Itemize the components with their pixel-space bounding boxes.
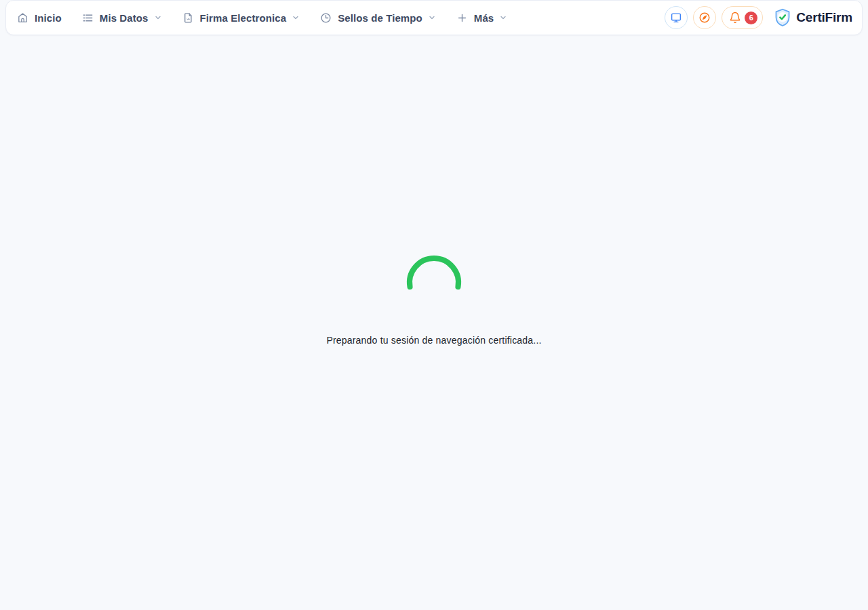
notification-count-badge: 6 [745,12,757,24]
chevron-down-icon [499,14,507,22]
top-navbar: Inicio Mis Datos Firma Electronica [5,0,863,35]
chevron-down-icon [154,14,162,22]
plus-icon [456,12,468,24]
nav-item-sellos-de-tiempo[interactable]: Sellos de Tiempo [320,12,436,24]
nav-item-label: Mis Datos [100,12,149,24]
nav-item-mas[interactable]: Más [456,12,507,24]
notifications-button[interactable]: 6 [722,6,763,29]
brand-logo: CertiFirm [774,8,852,28]
file-icon [182,12,194,24]
header-actions: 6 CertiFirm [665,6,852,29]
loading-spinner-icon [403,252,465,313]
nav-item-inicio[interactable]: Inicio [17,12,62,24]
screen-button[interactable] [665,6,688,29]
clock-icon [320,12,332,24]
list-icon [82,12,94,24]
nav-item-label: Sellos de Tiempo [338,12,422,24]
chevron-down-icon [428,14,436,22]
bell-icon [729,12,741,24]
nav-item-mis-datos[interactable]: Mis Datos [82,12,162,24]
nav-item-label: Más [474,12,494,24]
nav-item-firma-electronica[interactable]: Firma Electronica [182,12,300,24]
compass-icon [698,12,711,24]
chevron-down-icon [292,14,300,22]
monitor-icon [670,12,682,24]
main-content: Preparando tu sesión de navegación certi… [0,35,868,610]
main-nav: Inicio Mis Datos Firma Electronica [17,12,507,24]
nav-item-label: Firma Electronica [200,12,287,24]
loading-indicator: Preparando tu sesión de navegación certi… [326,252,541,346]
explore-button[interactable] [693,6,716,29]
shield-check-icon [774,8,791,28]
loading-text: Preparando tu sesión de navegación certi… [326,335,541,346]
brand-name: CertiFirm [796,10,852,25]
home-icon [17,12,28,24]
nav-item-label: Inicio [35,12,62,24]
